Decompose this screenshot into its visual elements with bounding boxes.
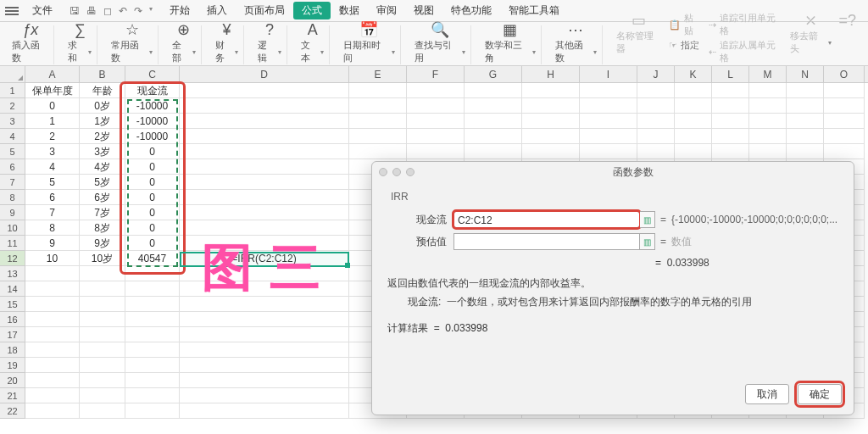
col-header-F[interactable]: F bbox=[407, 66, 465, 82]
cell[interactable]: 1 bbox=[25, 114, 80, 129]
cell[interactable] bbox=[180, 144, 349, 159]
col-header-A[interactable]: A bbox=[25, 66, 80, 82]
row-header[interactable]: 11 bbox=[0, 236, 25, 251]
param1-range-picker[interactable]: ▥ bbox=[640, 211, 655, 228]
cell[interactable]: 6 bbox=[25, 190, 80, 205]
cell[interactable] bbox=[125, 327, 180, 342]
tab-toolbox[interactable]: 智能工具箱 bbox=[500, 3, 568, 18]
cell[interactable] bbox=[80, 297, 125, 312]
col-header-L[interactable]: L bbox=[712, 66, 749, 82]
cell[interactable]: 0 bbox=[125, 220, 180, 236]
tab-start[interactable]: 开始 bbox=[161, 3, 198, 18]
cell[interactable] bbox=[675, 144, 712, 159]
cell[interactable] bbox=[787, 129, 824, 144]
cell[interactable] bbox=[25, 327, 80, 342]
cell[interactable] bbox=[675, 83, 712, 98]
cell[interactable]: 0 bbox=[125, 205, 180, 220]
tab-formula[interactable]: 公式 bbox=[293, 2, 331, 19]
row-header[interactable]: 9 bbox=[0, 205, 25, 220]
row-header[interactable]: 12 bbox=[0, 251, 25, 266]
cell[interactable] bbox=[712, 83, 749, 98]
btn-math-fn[interactable]: ▦数学和三角▾ bbox=[485, 21, 536, 64]
cell[interactable] bbox=[349, 83, 407, 98]
cell[interactable] bbox=[80, 388, 125, 403]
row-header[interactable]: 7 bbox=[0, 175, 25, 190]
tab-view[interactable]: 视图 bbox=[405, 3, 442, 18]
cell[interactable]: 0岁 bbox=[80, 98, 125, 114]
save-icon[interactable]: 🖫 bbox=[70, 5, 80, 17]
cell[interactable] bbox=[25, 266, 80, 281]
cell[interactable] bbox=[25, 281, 80, 297]
btn-common-fn[interactable]: ☆常用函数▾ bbox=[111, 21, 153, 64]
cell[interactable]: 保单年度 bbox=[25, 83, 80, 98]
cell[interactable] bbox=[580, 98, 637, 114]
cell[interactable]: 年龄 bbox=[80, 83, 125, 98]
btn-paste-name[interactable]: 📋粘贴 bbox=[669, 12, 702, 37]
cell[interactable] bbox=[349, 98, 407, 114]
cell[interactable] bbox=[580, 129, 637, 144]
cell[interactable]: 2岁 bbox=[80, 129, 125, 144]
cell[interactable] bbox=[824, 83, 865, 98]
cell[interactable] bbox=[180, 190, 349, 205]
cell[interactable] bbox=[125, 403, 180, 419]
cell[interactable] bbox=[25, 342, 80, 358]
cell[interactable] bbox=[749, 114, 787, 129]
cell[interactable] bbox=[349, 129, 407, 144]
cell[interactable] bbox=[125, 312, 180, 327]
row-header[interactable]: 18 bbox=[0, 342, 25, 358]
btn-sum[interactable]: ∑求和▾ bbox=[68, 21, 92, 64]
cell[interactable]: -10000 bbox=[125, 98, 180, 114]
cell[interactable]: 5岁 bbox=[80, 175, 125, 190]
cell[interactable] bbox=[465, 129, 522, 144]
window-close-dot[interactable] bbox=[379, 168, 387, 176]
cell[interactable]: 现金流 bbox=[125, 83, 180, 98]
cell[interactable] bbox=[349, 114, 407, 129]
cell[interactable] bbox=[180, 83, 349, 98]
btn-assign-name[interactable]: ☞指定 bbox=[669, 39, 702, 52]
cell[interactable] bbox=[407, 98, 465, 114]
cell[interactable]: -10000 bbox=[125, 114, 180, 129]
cell[interactable] bbox=[180, 388, 349, 403]
col-header-J[interactable]: J bbox=[637, 66, 675, 82]
cell[interactable] bbox=[787, 144, 824, 159]
tab-insert[interactable]: 插入 bbox=[198, 3, 236, 18]
cell[interactable]: 0 bbox=[125, 236, 180, 251]
cell[interactable]: 10岁 bbox=[80, 251, 125, 266]
cell[interactable] bbox=[637, 114, 675, 129]
cell[interactable] bbox=[637, 144, 675, 159]
cell[interactable] bbox=[180, 403, 349, 419]
tab-data[interactable]: 数据 bbox=[331, 3, 368, 18]
cell[interactable] bbox=[675, 98, 712, 114]
row-header[interactable]: 22 bbox=[0, 403, 25, 419]
cell[interactable]: 4 bbox=[25, 159, 80, 175]
cell[interactable] bbox=[580, 114, 637, 129]
btn-datetime-fn[interactable]: 📅日期和时间▾ bbox=[343, 21, 394, 64]
cell[interactable]: 9 bbox=[25, 236, 80, 251]
cell[interactable] bbox=[80, 281, 125, 297]
cell[interactable] bbox=[125, 388, 180, 403]
btn-lookup-fn[interactable]: 🔍查找与引用▾ bbox=[415, 21, 465, 64]
btn-finance-fn[interactable]: ¥财务▾ bbox=[215, 21, 239, 64]
cell[interactable] bbox=[580, 144, 637, 159]
cell[interactable] bbox=[180, 175, 349, 190]
preview-icon[interactable]: ◻ bbox=[103, 5, 112, 17]
cell[interactable] bbox=[125, 297, 180, 312]
btn-remove-arrows[interactable]: ⤫移去箭头▾ bbox=[790, 12, 832, 64]
col-header-G[interactable]: G bbox=[465, 66, 522, 82]
cell[interactable] bbox=[125, 358, 180, 373]
cell[interactable] bbox=[80, 358, 125, 373]
cell[interactable] bbox=[80, 266, 125, 281]
cell[interactable] bbox=[522, 114, 580, 129]
cell[interactable] bbox=[675, 129, 712, 144]
window-max-dot[interactable] bbox=[406, 168, 415, 176]
cell[interactable] bbox=[125, 281, 180, 297]
row-header[interactable]: 16 bbox=[0, 312, 25, 327]
row-header[interactable]: 2 bbox=[0, 98, 25, 114]
print-icon[interactable]: 🖶 bbox=[86, 5, 97, 17]
cell[interactable] bbox=[80, 327, 125, 342]
hamburger-icon[interactable] bbox=[5, 4, 19, 18]
window-min-dot[interactable] bbox=[392, 168, 401, 176]
cell[interactable] bbox=[80, 312, 125, 327]
cell[interactable]: 9岁 bbox=[80, 236, 125, 251]
cell[interactable] bbox=[580, 83, 637, 98]
